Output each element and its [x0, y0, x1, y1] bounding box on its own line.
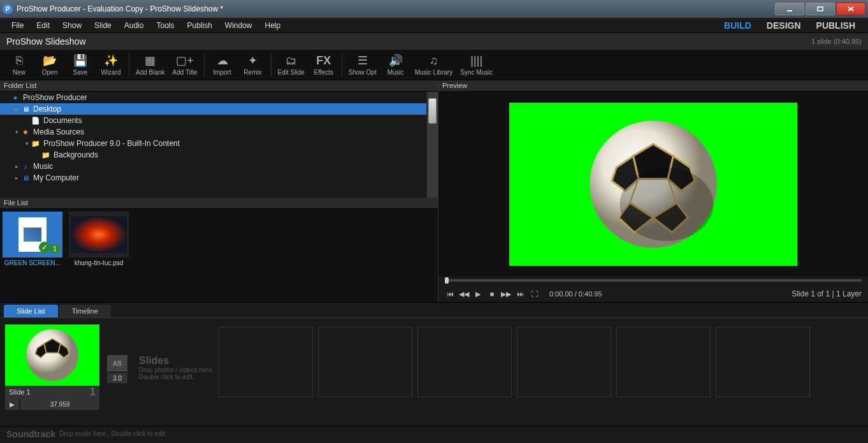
folder-scrollbar[interactable] [426, 92, 438, 198]
scrub-handle[interactable] [445, 277, 449, 284]
tree-item-proshow-producer[interactable]: ●ProShow Producer [0, 92, 426, 103]
toolbar-add-title[interactable]: ▢+Add Title [169, 52, 201, 77]
tree-item-media-sources[interactable]: ▾★Media Sources [0, 126, 426, 138]
file-thumb[interactable]: ✓1GREEN SCREEN... [3, 212, 62, 266]
mode-design[interactable]: DESIGN [759, 19, 809, 32]
window-titlebar: P ProShow Producer - Evaluation Copy - P… [0, 0, 868, 18]
play-button[interactable]: ▶ [473, 289, 483, 299]
toolbar-music[interactable]: 🔊Music [380, 52, 411, 77]
maximize-button[interactable] [806, 3, 835, 15]
menu-tools[interactable]: Tools [150, 20, 180, 31]
soundtrack-bar[interactable]: Soundtrack Drop music here.. Double clic… [0, 426, 868, 441]
menu-edit[interactable]: Edit [30, 20, 56, 31]
folder-tree[interactable]: ●ProShow Producer▸🖥Desktop📄Documents▾★Me… [0, 92, 426, 198]
toolbar-effects[interactable]: FXEffects [308, 52, 339, 77]
transition-icon[interactable]: AB [107, 355, 127, 372]
show-name-bar: ProShow Slideshow 1 slide (0:40.95) [0, 33, 868, 50]
time-display: 0:00.00 / 0:40.95 [549, 290, 602, 298]
menu-audio[interactable]: Audio [118, 20, 150, 31]
empty-slot[interactable] [417, 327, 512, 397]
slides-hint: Slides Drop photos / videos here. Double… [139, 355, 213, 381]
preview-area [438, 92, 868, 277]
menubar: File Edit Show Slide Audio Tools Publish… [0, 18, 868, 33]
menu-publish[interactable]: Publish [180, 20, 218, 31]
svg-rect-1 [818, 7, 823, 11]
menu-window[interactable]: Window [219, 20, 259, 31]
tree-item-documents[interactable]: 📄Documents [0, 115, 426, 126]
slide-label: Slide 1 [9, 388, 31, 396]
tree-item-music[interactable]: ▸♪Music [0, 161, 426, 172]
scrollbar-thumb[interactable] [428, 98, 437, 124]
soundtrack-label: Soundtrack [6, 429, 55, 439]
stop-button[interactable]: ■ [487, 289, 497, 299]
window-title: ProShow Producer - Evaluation Copy - Pro… [17, 4, 774, 13]
soccer-ball-icon [586, 117, 720, 251]
menu-help[interactable]: Help [259, 20, 287, 31]
slide-play-icon[interactable]: ▶ [5, 398, 19, 410]
tab-slide-list[interactable]: Slide List [4, 305, 58, 317]
soccer-ball-icon [25, 328, 80, 382]
empty-slot[interactable] [318, 327, 412, 397]
fullscreen-button[interactable]: ⛶ [529, 289, 539, 299]
last-button[interactable]: ⏭ [515, 289, 525, 299]
playback-controls: ⏮ ◀◀ ▶ ■ ▶▶ ⏭ ⛶ 0:00.00 / 0:40.95 Slide … [438, 286, 868, 302]
file-thumb[interactable]: khung-tin-tuc.psd [69, 212, 129, 266]
menu-slide[interactable]: Slide [88, 20, 118, 31]
bottom-tabs: Slide List Timeline [0, 302, 868, 317]
preview-canvas[interactable] [509, 103, 797, 266]
slide-thumb[interactable] [5, 324, 99, 386]
toolbar-wizard[interactable]: ✨Wizard [96, 52, 126, 77]
slides-title: Slides [139, 355, 213, 367]
slide-number: 1 [90, 386, 96, 398]
preview-header: Preview [438, 80, 868, 92]
app-icon: P [3, 4, 13, 14]
slide-duration[interactable]: 37.959 [20, 398, 99, 410]
menu-show[interactable]: Show [56, 20, 88, 31]
transition-duration[interactable]: 3.0 [107, 373, 127, 383]
file-grid[interactable]: ✓1GREEN SCREEN...khung-tin-tuc.psd [0, 209, 438, 302]
first-button[interactable]: ⏮ [445, 289, 455, 299]
empty-slot[interactable] [616, 327, 711, 397]
transition-block[interactable]: AB 3.0 [105, 355, 130, 383]
mode-build[interactable]: BUILD [716, 19, 759, 32]
svg-point-6 [26, 329, 78, 381]
toolbar-new[interactable]: ⎘New [4, 52, 34, 77]
prev-button[interactable]: ◀◀ [459, 289, 469, 299]
toolbar-open[interactable]: 📂Open [34, 52, 65, 77]
next-button[interactable]: ▶▶ [501, 289, 511, 299]
toolbar-music-library[interactable]: ♫Music Library [411, 52, 456, 77]
toolbar-add-blank[interactable]: ▦Add Blank [132, 52, 169, 77]
tree-item-desktop[interactable]: ▸🖥Desktop [0, 103, 426, 115]
tree-item-backgrounds[interactable]: 📁Backgrounds [0, 149, 426, 161]
mode-publish[interactable]: PUBLISH [809, 19, 863, 32]
slide-list-area[interactable]: Slide 1 1 ▶ 37.959 AB 3.0 Slides Drop ph… [0, 317, 868, 426]
toolbar-sync-music[interactable]: ||||Sync Music [456, 52, 496, 77]
toolbar-import[interactable]: ☁Import [207, 52, 238, 77]
empty-slot[interactable] [517, 327, 611, 397]
slide-1[interactable]: Slide 1 1 ▶ 37.959 [5, 324, 99, 410]
toolbar-save[interactable]: 💾Save [65, 52, 96, 77]
slides-hint-2: Double click to edit. [139, 374, 213, 381]
slides-hint-1: Drop photos / videos here. [139, 367, 213, 374]
tree-item-my-computer[interactable]: ▸🖥My Computer [0, 172, 426, 184]
folder-list-header: Folder List [0, 80, 438, 92]
empty-slot[interactable] [219, 327, 313, 397]
slide-status: Slide 1 of 1 | 1 Layer [792, 289, 862, 298]
file-list-header: File List [0, 198, 438, 209]
scrub-bar[interactable] [438, 277, 868, 286]
minimize-button[interactable] [775, 3, 804, 15]
show-name: ProShow Slideshow [6, 36, 86, 47]
empty-slot[interactable] [716, 327, 810, 397]
menu-file[interactable]: File [5, 20, 30, 31]
soundtrack-hint: Drop music here.. Double click to edit. [59, 430, 166, 437]
toolbar: ⎘New📂Open💾Save✨Wizard▦Add Blank▢+Add Tit… [0, 50, 868, 80]
toolbar-edit-slide[interactable]: 🗂Edit Slide [274, 52, 308, 77]
tree-item-proshow-producer-9-0-built-in-content[interactable]: ▾📁ProShow Producer 9.0 - Built-In Conten… [0, 138, 426, 149]
toolbar-remix[interactable]: ✦Remix [238, 52, 268, 77]
svg-point-5 [620, 168, 714, 242]
tab-timeline[interactable]: Timeline [59, 305, 111, 317]
close-button[interactable] [836, 3, 865, 15]
toolbar-show-opt[interactable]: ☰Show Opt [345, 52, 380, 77]
show-info: 1 slide (0:40.95) [811, 38, 862, 45]
